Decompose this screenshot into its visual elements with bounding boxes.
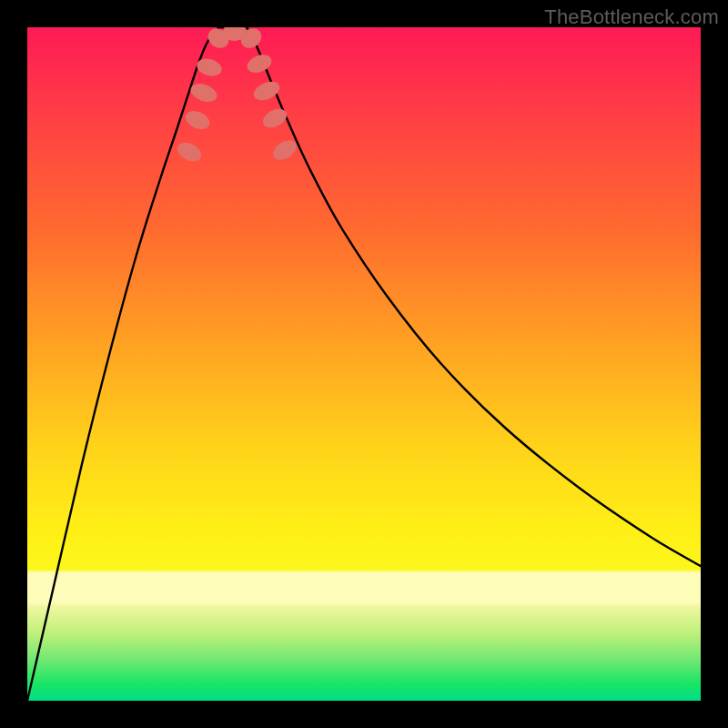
- marker-group: [174, 27, 299, 166]
- plot-area: [27, 27, 701, 701]
- curve-marker: [259, 105, 289, 131]
- curve-path: [27, 27, 701, 701]
- bottleneck-curve: [27, 27, 701, 701]
- chart-frame: TheBottleneck.com: [0, 0, 728, 728]
- watermark-text: TheBottleneck.com: [544, 5, 719, 29]
- curve-marker: [183, 107, 213, 133]
- curve-marker: [174, 138, 204, 165]
- curve-marker: [188, 80, 219, 105]
